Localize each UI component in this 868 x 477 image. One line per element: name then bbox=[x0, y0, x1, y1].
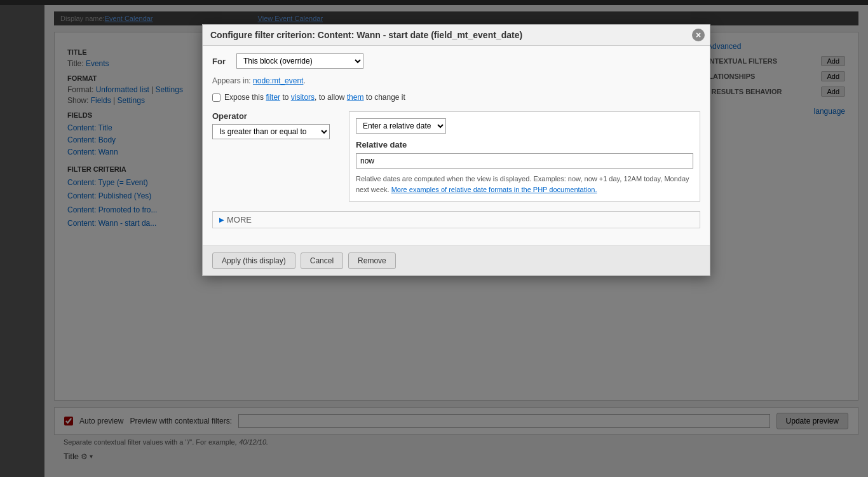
remove-button[interactable]: Remove bbox=[348, 252, 396, 269]
appears-in: Appears in: node:mt_event. bbox=[212, 76, 700, 85]
more-section[interactable]: ▶ MORE bbox=[212, 211, 700, 228]
expose-label: Expose this filter to visitors, to allow… bbox=[224, 93, 405, 102]
modal-body: For This block (override) All displays A… bbox=[203, 46, 710, 245]
expose-them-link[interactable]: them bbox=[347, 93, 364, 102]
modal-footer: Apply (this display) Cancel Remove bbox=[203, 245, 710, 275]
apply-button[interactable]: Apply (this display) bbox=[212, 252, 295, 269]
modal-dialog: Configure filter criterion: Content: Wan… bbox=[202, 24, 710, 276]
relative-date-label: Relative date bbox=[356, 140, 693, 149]
main-content: Display name: Event Calendar View Event … bbox=[0, 5, 868, 477]
appears-in-link[interactable]: node:mt_event bbox=[253, 76, 303, 85]
expose-filter-link[interactable]: filter bbox=[266, 93, 280, 102]
for-label: For bbox=[212, 57, 231, 66]
value-type-row: Enter a relative date Enter a date bbox=[356, 118, 693, 140]
operator-section: Operator Is greater than or equal to Is … bbox=[212, 111, 339, 202]
help-link[interactable]: More examples of relative date formats i… bbox=[391, 186, 597, 193]
filter-config-area: Operator Is greater than or equal to Is … bbox=[212, 111, 700, 202]
value-section: Enter a relative date Enter a date Relat… bbox=[349, 111, 700, 202]
modal-title-bar: Configure filter criterion: Content: Wan… bbox=[203, 25, 710, 46]
top-bar bbox=[0, 0, 868, 5]
value-type-select[interactable]: Enter a relative date Enter a date bbox=[356, 118, 446, 134]
help-text: Relative dates are computed when the vie… bbox=[356, 174, 693, 195]
modal-title-text: Configure filter criterion: Content: Wan… bbox=[210, 30, 522, 40]
relative-date-input[interactable] bbox=[356, 153, 693, 169]
operator-label: Operator bbox=[212, 111, 339, 121]
expose-row: Expose this filter to visitors, to allow… bbox=[212, 93, 700, 102]
sidebar bbox=[0, 5, 44, 477]
modal-close-button[interactable]: × bbox=[692, 29, 705, 41]
content-area: Display name: Event Calendar View Event … bbox=[44, 5, 868, 477]
more-arrow-icon: ▶ bbox=[219, 216, 224, 223]
page-background: Display name: Event Calendar View Event … bbox=[0, 0, 868, 477]
for-select[interactable]: This block (override) All displays bbox=[236, 53, 363, 69]
more-label: MORE bbox=[227, 215, 252, 225]
more-toggle[interactable]: ▶ MORE bbox=[219, 215, 693, 225]
expose-checkbox[interactable] bbox=[212, 93, 220, 102]
cancel-button[interactable]: Cancel bbox=[301, 252, 343, 269]
modal-overlay: Configure filter criterion: Content: Wan… bbox=[44, 5, 868, 477]
expose-visitors-link[interactable]: visitors bbox=[291, 93, 315, 102]
for-row: For This block (override) All displays bbox=[212, 53, 700, 69]
operator-select[interactable]: Is greater than or equal to Is less than… bbox=[212, 124, 330, 139]
